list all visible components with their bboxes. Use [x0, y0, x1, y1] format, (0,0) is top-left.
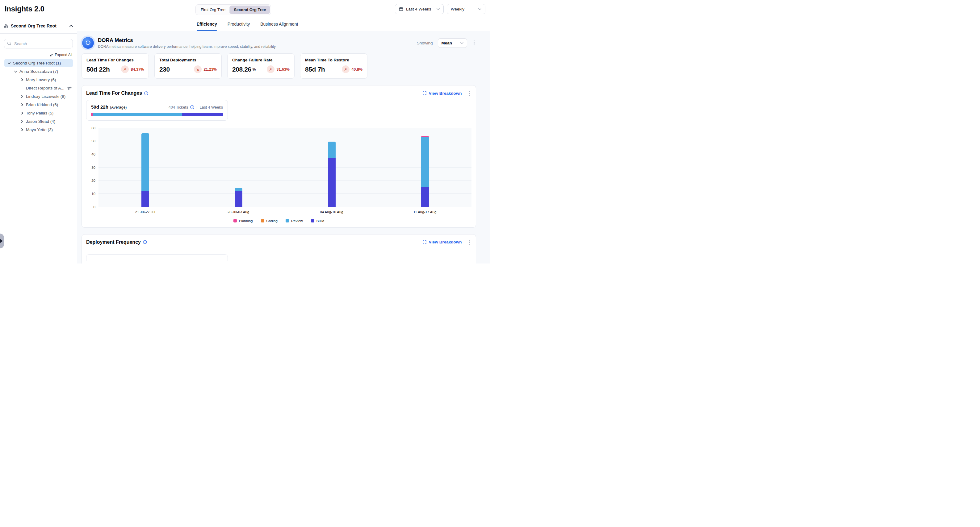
tree-chevron[interactable]: [20, 95, 24, 98]
tree-chevron[interactable]: [14, 70, 17, 73]
tree-item-label: Tony Pallas (5): [26, 111, 53, 115]
y-tick-label: 40: [91, 152, 95, 156]
metric-card-label: Change Failure Rate: [232, 58, 290, 62]
x-tick-label: 11 Aug-17 Aug: [378, 210, 471, 214]
stacked-bar-4[interactable]: [421, 136, 429, 207]
chart-legend: PlanningCodingReviewBuild: [86, 219, 471, 223]
trend-arrow-icon: ↗: [267, 65, 275, 73]
tree-item-label: Brian Kirkland (6): [26, 102, 58, 107]
y-tick-label: 60: [91, 126, 95, 130]
dora-metric-cards: Lead Time For Changes50d 22h↗84.37%Total…: [81, 53, 476, 79]
main-area: EfficiencyProductivityBusiness Alignment…: [77, 18, 490, 264]
tree-item[interactable]: Mary Lowery (6): [4, 76, 73, 84]
dora-menu-button[interactable]: [472, 39, 476, 47]
summary-separator: |: [196, 105, 197, 110]
filter-sliders-icon[interactable]: [67, 86, 72, 90]
tree-chevron[interactable]: [7, 61, 11, 65]
tree-item-label: Mary Lowery (6): [26, 78, 56, 82]
legend-item-coding: Coding: [261, 219, 278, 223]
lead-time-title: Lead Time For Changes: [86, 90, 142, 96]
tree-item-label: Jason Stead (4): [26, 119, 55, 124]
collapse-chevron-icon[interactable]: [70, 25, 73, 27]
legend-item-planning: Planning: [234, 219, 253, 223]
metric-card-value-row: 208.26%↗31.63%: [232, 65, 290, 73]
tree-item-label: Lindsay Liszewski (8): [26, 94, 65, 99]
org-sidebar: Second Org Tree Root Expand All Second O…: [0, 18, 77, 264]
org-tree: Second Org Tree Root (1)Anna Scozzafava …: [0, 59, 77, 134]
tree-chevron[interactable]: [20, 128, 24, 132]
granularity-dropdown[interactable]: Weekly: [447, 4, 485, 14]
chevron-down-icon: [460, 42, 463, 44]
tree-item[interactable]: Maya Yette (3): [4, 125, 73, 134]
metric-card-value-row: 230↘21.23%: [159, 65, 217, 73]
summary-average-value: 50d 22h: [91, 104, 108, 110]
tree-chevron[interactable]: [20, 78, 24, 81]
legend-label: Planning: [239, 219, 253, 223]
sidebar-header: Second Org Tree Root: [0, 18, 77, 33]
y-tick-label: 30: [91, 166, 95, 170]
tree-item[interactable]: Brian Kirkland (6): [4, 101, 73, 109]
metric-card-delta-value: 84.37%: [131, 67, 144, 71]
legend-swatch: [234, 219, 237, 222]
tree-item[interactable]: Jason Stead (4): [4, 117, 73, 125]
chart-plot-area: [99, 128, 471, 207]
granularity-dropdown-value: Weekly: [451, 7, 476, 11]
chevron-right-icon: [21, 103, 24, 106]
tree-chevron[interactable]: [20, 111, 24, 115]
summary-period: Last 4 Weeks: [199, 105, 223, 110]
trend-arrow-icon: ↗: [121, 65, 129, 73]
deployment-frequency-title: Deployment Frequency: [86, 240, 141, 245]
metric-card-delta: ↗84.37%: [121, 65, 144, 73]
org-toggle-option-2[interactable]: Second Org Tree: [230, 6, 270, 14]
tree-item-label: Second Org Tree Root (1): [13, 61, 61, 65]
lead-time-summary-card: 50d 22h (Average) 404 Tickets | Last 4 W…: [86, 100, 228, 121]
deployment-menu-button[interactable]: [468, 238, 472, 246]
lead-time-menu-button[interactable]: [468, 89, 472, 97]
tree-item[interactable]: Anna Scozzafava (7): [4, 67, 73, 76]
bar-segment-build: [235, 191, 242, 207]
chart-y-axis: 0102030405060: [86, 128, 99, 207]
legend-label: Review: [291, 219, 303, 223]
tree-chevron[interactable]: [20, 103, 24, 106]
summary-average-qualifier: (Average): [110, 105, 127, 110]
tab-business-alignment[interactable]: Business Alignment: [260, 18, 298, 31]
x-tick-label: 28 Jul-03 Aug: [192, 210, 285, 214]
tree-item[interactable]: Direct Reports of A...: [4, 84, 73, 92]
deployment-frequency-section: Deployment Frequency View Breakdown: [81, 234, 476, 264]
info-icon[interactable]: [143, 240, 147, 244]
expand-corners-icon: [423, 91, 426, 95]
tree-item[interactable]: Lindsay Liszewski (8): [4, 92, 73, 101]
stacked-bar-3[interactable]: [328, 141, 336, 207]
tab-productivity[interactable]: Productivity: [228, 18, 250, 31]
tree-chevron[interactable]: [20, 120, 24, 123]
bar-segment-review: [328, 141, 336, 158]
bar-segment-build: [328, 158, 336, 207]
search-input[interactable]: [4, 39, 73, 48]
metric-card-label: Mean Time To Restore: [305, 58, 363, 62]
metric-card-delta-value: 31.63%: [277, 67, 290, 71]
tab-efficiency[interactable]: Efficiency: [197, 18, 217, 31]
deployment-view-breakdown-link[interactable]: View Breakdown: [423, 240, 461, 244]
tree-item[interactable]: Second Org Tree Root (1): [4, 59, 73, 67]
lead-time-view-breakdown-link[interactable]: View Breakdown: [423, 91, 461, 96]
info-icon[interactable]: [190, 105, 194, 109]
search-icon: [7, 41, 11, 46]
aggregation-dropdown[interactable]: Mean: [438, 38, 467, 48]
chevron-right-icon: [21, 78, 24, 81]
tree-item[interactable]: Tony Pallas (5): [4, 109, 73, 117]
chevron-down-icon: [437, 8, 440, 10]
stacked-bar-1[interactable]: [142, 133, 149, 207]
period-dropdown[interactable]: Last 4 Weeks: [395, 4, 444, 14]
chevron-right-icon: [21, 111, 24, 115]
metric-card-value: 230: [159, 66, 170, 73]
org-toggle-option-1[interactable]: First Org Tree: [197, 6, 229, 14]
expand-all-button[interactable]: Expand All: [0, 53, 72, 57]
info-icon[interactable]: [144, 91, 148, 95]
stacked-bar-2[interactable]: [235, 188, 242, 207]
bar-segment-review: [142, 133, 149, 191]
sidebar-expand-handle[interactable]: [0, 233, 4, 248]
y-tick-label: 10: [91, 192, 95, 195]
bar-column: [378, 128, 471, 207]
lead-time-section: Lead Time For Changes View Breakdown: [81, 85, 476, 228]
legend-swatch: [286, 219, 289, 222]
